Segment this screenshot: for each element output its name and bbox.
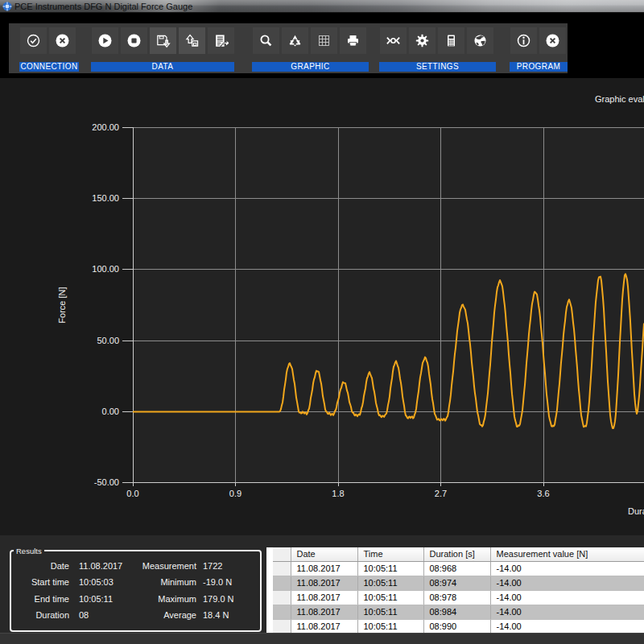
svg-text:150.00: 150.00	[92, 193, 119, 203]
svg-text:3.6: 3.6	[537, 489, 549, 498]
svg-text:50.00: 50.00	[97, 336, 119, 345]
svg-text:200.00: 200.00	[92, 122, 119, 132]
svg-text:0.0: 0.0	[126, 489, 138, 498]
svg-text:Force [N]: Force [N]	[57, 287, 67, 323]
svg-text:2.7: 2.7	[435, 489, 447, 498]
svg-text:Duration [s]: Duration [s]	[628, 506, 644, 516]
svg-text:0.00: 0.00	[102, 407, 119, 416]
svg-text:Graphic evaluation: Graphic evaluation	[595, 94, 644, 104]
svg-text:100.00: 100.00	[92, 264, 119, 274]
svg-text:0.9: 0.9	[229, 489, 242, 498]
svg-text:1.8: 1.8	[332, 489, 344, 498]
svg-text:-50.00: -50.00	[94, 477, 119, 487]
